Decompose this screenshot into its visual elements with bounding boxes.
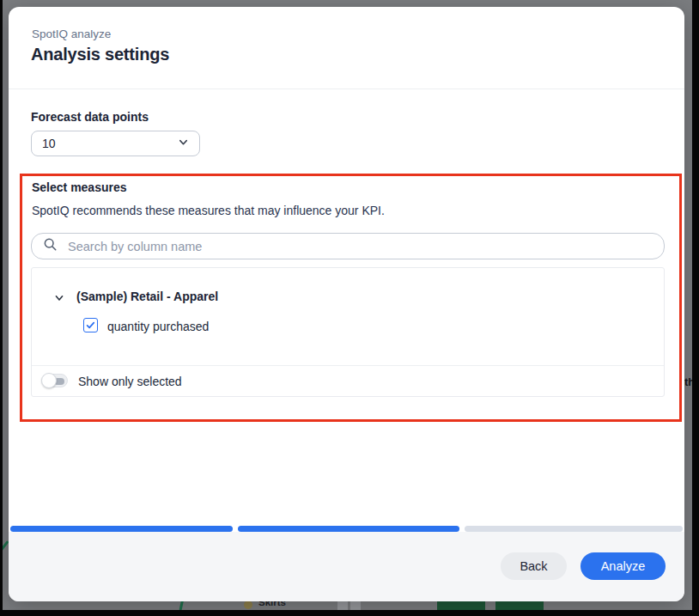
dialog-eyebrow: SpotIQ analyze xyxy=(32,27,111,40)
progress-segment-3 xyxy=(465,526,683,532)
back-button[interactable]: Back xyxy=(501,552,567,580)
search-input[interactable] xyxy=(66,239,653,254)
dialog-title: Analysis settings xyxy=(31,45,169,64)
screenshot-frame: Skirts th SpotIQ analyze Analysis settin… xyxy=(0,0,699,616)
show-only-selected-label: Show only selected xyxy=(78,375,182,388)
header-divider xyxy=(9,88,684,89)
analyze-button[interactable]: Analyze xyxy=(580,552,666,580)
progress-segment-1 xyxy=(10,526,233,532)
window-edge xyxy=(0,610,699,616)
forecast-selected-value: 10 xyxy=(42,137,56,150)
window-edge xyxy=(692,0,699,616)
forecast-data-points-select[interactable]: 10 xyxy=(31,131,200,156)
measure-item-label[interactable]: quantity purchased xyxy=(107,320,209,333)
dialog-footer: Back Analyze xyxy=(9,532,684,601)
chevron-down-icon xyxy=(178,137,189,150)
measure-search-box[interactable] xyxy=(31,233,665,259)
show-only-selected-toggle[interactable] xyxy=(42,374,68,387)
search-icon xyxy=(43,237,58,255)
checkmark-icon xyxy=(85,320,96,331)
forecast-data-points-label: Forecast data points xyxy=(31,110,149,124)
background-legend-dot xyxy=(244,601,252,609)
select-measures-description: SpotIQ recommends these measures that ma… xyxy=(32,204,385,217)
measures-panel: (Sample) Retail - Apparel quantity purch… xyxy=(31,267,665,397)
measure-checkbox[interactable] xyxy=(83,318,98,332)
toggle-knob xyxy=(41,373,57,388)
analysis-settings-dialog: SpotIQ analyze Analysis settings Forecas… xyxy=(9,7,684,601)
window-edge xyxy=(0,0,3,616)
progress-segment-2 xyxy=(238,526,459,532)
panel-divider xyxy=(32,365,664,366)
wizard-progress-bar xyxy=(9,526,684,532)
select-measures-heading: Select measures xyxy=(32,180,127,194)
tree-chevron-down-icon[interactable] xyxy=(54,291,64,302)
tree-group-label[interactable]: (Sample) Retail - Apparel xyxy=(76,290,218,303)
